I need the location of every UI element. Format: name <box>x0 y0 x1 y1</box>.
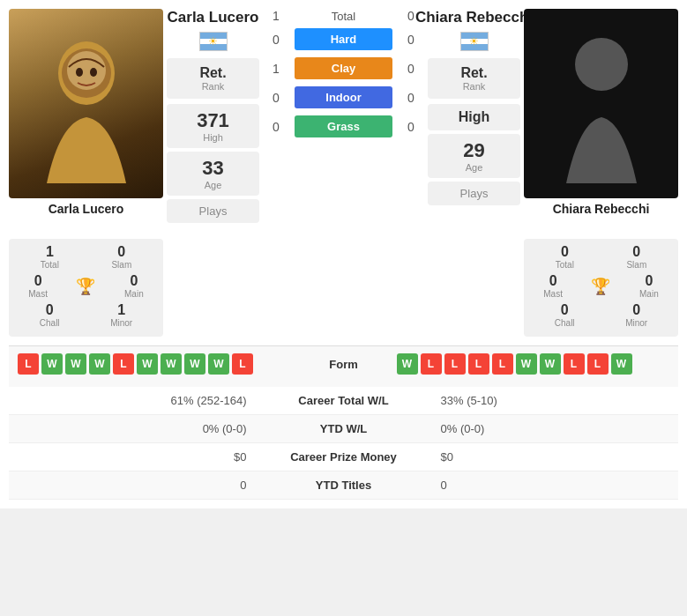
right-rank-sub: Rank <box>437 81 512 92</box>
left-ret-value: Ret. <box>175 65 250 81</box>
left-age-lbl: Age <box>175 180 250 190</box>
right-high-val: High <box>437 109 512 125</box>
left-player-section: Carla Lucero <box>9 9 163 226</box>
left-high-rank: 371 High <box>167 104 259 148</box>
right-chall-val: 0 <box>561 302 569 318</box>
right-age-panel: 29 Age <box>428 134 520 178</box>
left-total-lbl: Total <box>41 260 59 270</box>
right-stats-panel: Chiara Rebecchi Ret. Rank High 29 Age Pl… <box>428 9 520 226</box>
left-main-stat: 0 Main <box>124 273 144 299</box>
right-minor-lbl: Minor <box>625 318 647 328</box>
stat-center-label-1: YTD W/L <box>265 422 423 435</box>
form-row: LWWWLWWWWL Form WLLLLWWLLW <box>18 353 669 375</box>
grass-badge: Grass <box>295 115 392 137</box>
stat-right-val-1: 0% (0-0) <box>423 422 670 435</box>
clay-left: 1 <box>263 62 289 76</box>
left-mast-lbl: Mast <box>28 289 48 299</box>
left-mast-val: 0 <box>34 273 42 289</box>
left-player-photo <box>9 9 163 198</box>
right-age-val: 29 <box>437 139 512 162</box>
right-chall-lbl: Chall <box>555 318 575 328</box>
main-container: Carla Lucero Carla Lucero Ret. Rank 371 … <box>0 0 687 508</box>
left-form-badges: LWWWLWWWWL <box>18 353 291 375</box>
stat-right-val-2: $0 <box>423 450 670 464</box>
right-form-badges: WLLLLWWLLW <box>397 353 670 375</box>
center-stats-section: 1 Total 0 0 Hard 0 1 Clay 0 0 Indoor 0 0 <box>263 9 424 226</box>
grass-left: 0 <box>263 120 289 134</box>
stat-left-val-3: 0 <box>18 479 265 492</box>
left-form-badge-w: W <box>89 353 110 375</box>
right-ret-value: Ret. <box>437 65 512 81</box>
left-minor-lbl: Minor <box>110 318 132 328</box>
right-form-badge-w: W <box>611 353 632 375</box>
right-high-rank: High <box>428 104 520 130</box>
left-high-val: 371 <box>175 109 250 132</box>
left-form-badge-w: W <box>137 353 158 375</box>
clay-badge: Clay <box>295 57 392 79</box>
stats-rows-section: 61% (252-164) Career Total W/L 33% (5-10… <box>9 387 678 500</box>
right-form-badge-w: W <box>516 353 537 375</box>
right-mast-stat: 0 Mast <box>543 273 563 299</box>
left-slam-lbl: Slam <box>111 260 131 270</box>
svg-point-4 <box>90 68 97 77</box>
stat-left-val-0: 61% (252-164) <box>18 394 265 407</box>
right-form-badge-l: L <box>421 353 442 375</box>
hard-right: 0 <box>398 33 424 47</box>
right-full-stats: 0 Total 0 Slam 0 Mast 🏆 0 <box>524 239 678 337</box>
left-detail-stats: 1 Total 0 Slam 0 Mast 🏆 0 <box>9 235 163 337</box>
stat-center-label-2: Career Prize Money <box>265 450 423 464</box>
right-form-badge-l: L <box>587 353 609 375</box>
right-form-badge-w: W <box>397 353 418 375</box>
right-main-lbl: Main <box>639 289 659 299</box>
left-chall-stat: 0 Chall <box>40 302 60 328</box>
stats-row-2: $0 Career Prize Money $0 <box>9 443 678 471</box>
form-section: LWWWLWWWWL Form WLLLLWWLLW <box>9 345 678 387</box>
surface-grass-row: 0 Grass 0 <box>263 115 424 137</box>
left-form-badge-l: L <box>18 353 39 375</box>
detailed-stats-section: 1 Total 0 Slam 0 Mast 🏆 0 <box>9 235 678 337</box>
stats-row-1: 0% (0-0) YTD W/L 0% (0-0) <box>9 415 678 443</box>
right-player-section: Chiara Rebecchi <box>524 9 678 226</box>
left-player-image <box>34 25 139 183</box>
right-main-val: 0 <box>645 273 653 289</box>
stat-left-val-2: $0 <box>18 450 265 464</box>
right-minor-stat: 0 Minor <box>625 302 647 328</box>
right-slam-lbl: Slam <box>626 260 646 270</box>
left-plays-panel: Plays <box>167 199 259 223</box>
right-form-badge-l: L <box>468 353 489 375</box>
right-plays-panel: Plays <box>428 182 520 205</box>
center-filler <box>167 235 520 337</box>
right-total-val: 0 <box>561 244 569 260</box>
form-label: Form <box>291 358 397 371</box>
surface-clay-row: 1 Clay 0 <box>263 57 424 79</box>
right-plays-lbl: Plays <box>437 187 512 200</box>
left-chall-lbl: Chall <box>40 318 60 328</box>
left-form-badge-w: W <box>41 353 63 375</box>
grass-right: 0 <box>398 120 424 134</box>
left-player-name-below: Carla Lucero <box>9 202 163 216</box>
stat-center-label-0: Career Total W/L <box>265 394 423 407</box>
total-label: Total <box>289 10 398 23</box>
left-form-badge-l: L <box>113 353 134 375</box>
stats-row-0: 61% (252-164) Career Total W/L 33% (5-10… <box>9 387 678 415</box>
left-rank-sub: Rank <box>175 81 250 92</box>
top-section: Carla Lucero Carla Lucero Ret. Rank 371 … <box>9 9 678 226</box>
left-main-lbl: Main <box>124 289 144 299</box>
left-slam-stat: 0 Slam <box>111 244 131 270</box>
left-plays-lbl: Plays <box>175 204 250 218</box>
left-flag <box>199 32 228 51</box>
left-full-stats: 1 Total 0 Slam 0 Mast 🏆 0 <box>9 239 163 337</box>
right-mast-main-row: 0 Mast 🏆 0 Main <box>529 273 673 299</box>
right-player-name-below: Chiara Rebecchi <box>524 202 678 216</box>
stat-right-val-3: 0 <box>423 479 670 492</box>
hard-badge: Hard <box>295 28 392 50</box>
stat-left-val-1: 0% (0-0) <box>18 422 265 435</box>
indoor-right: 0 <box>398 91 424 105</box>
svg-point-5 <box>575 38 628 91</box>
right-mast-val: 0 <box>549 273 557 289</box>
clay-right: 0 <box>398 62 424 76</box>
left-high-lbl: High <box>175 132 250 143</box>
right-minor-val: 0 <box>632 302 640 318</box>
left-mast-main-row: 0 Mast 🏆 0 Main <box>14 273 158 299</box>
right-detail-stats: 0 Total 0 Slam 0 Mast 🏆 0 <box>524 235 678 337</box>
